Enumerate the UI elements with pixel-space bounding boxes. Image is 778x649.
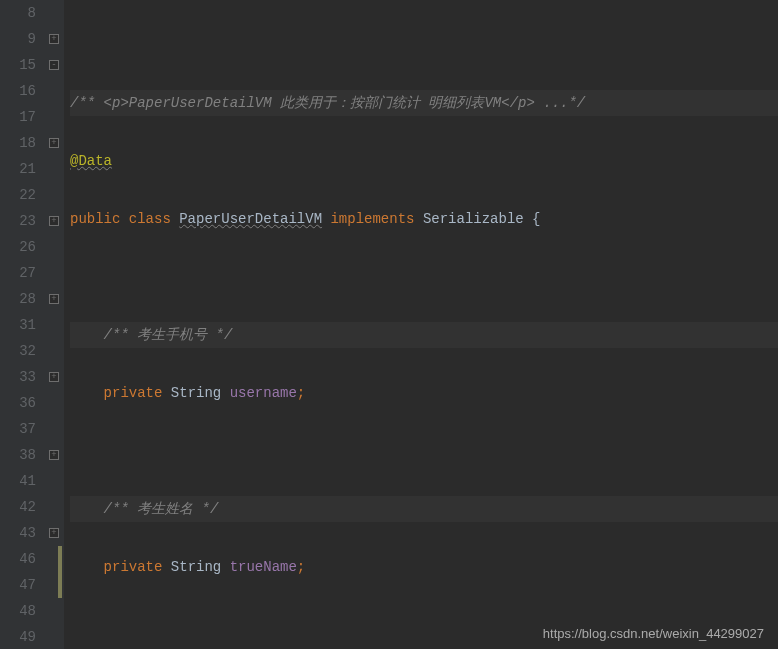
field-name: trueName bbox=[230, 559, 297, 575]
comment: /** 考生手机号 */ bbox=[104, 327, 233, 343]
code-line: /** 考生手机号 */ bbox=[70, 322, 778, 348]
change-marker bbox=[58, 546, 62, 598]
code-line bbox=[70, 438, 778, 464]
line-number: 18 bbox=[0, 130, 36, 156]
keyword: private bbox=[104, 385, 171, 401]
line-number: 22 bbox=[0, 182, 36, 208]
fold-marker-icon[interactable]: + bbox=[49, 138, 59, 148]
code-line: @Data bbox=[70, 148, 778, 174]
code-line: private String username; bbox=[70, 380, 778, 406]
line-number: 38 bbox=[0, 442, 36, 468]
fold-marker-icon[interactable]: + bbox=[49, 34, 59, 44]
line-number: 42 bbox=[0, 494, 36, 520]
line-number: 49 bbox=[0, 624, 36, 649]
fold-marker-icon[interactable]: + bbox=[49, 294, 59, 304]
field-name: username bbox=[230, 385, 297, 401]
keyword: public class bbox=[70, 211, 179, 227]
line-number: 16 bbox=[0, 78, 36, 104]
code-area[interactable]: /** <p>PaperUserDetailVM 此类用于：按部门统计 明细列表… bbox=[70, 0, 778, 649]
line-number: 47 bbox=[0, 572, 36, 598]
code-line: /** <p>PaperUserDetailVM 此类用于：按部门统计 明细列表… bbox=[70, 90, 778, 116]
line-number: 26 bbox=[0, 234, 36, 260]
line-number: 41 bbox=[0, 468, 36, 494]
watermark: https://blog.csdn.net/weixin_44299027 bbox=[543, 626, 764, 641]
code-line bbox=[70, 264, 778, 290]
line-number: 32 bbox=[0, 338, 36, 364]
code-editor[interactable]: 8 9 15 16 17 18 21 22 23 26 27 28 31 32 … bbox=[0, 0, 778, 649]
fold-marker-icon[interactable]: + bbox=[49, 528, 59, 538]
code-line: private String trueName; bbox=[70, 554, 778, 580]
keyword: implements bbox=[322, 211, 423, 227]
semicolon: ; bbox=[297, 559, 305, 575]
line-number: 31 bbox=[0, 312, 36, 338]
line-number: 48 bbox=[0, 598, 36, 624]
brace: { bbox=[532, 211, 540, 227]
line-number: 23 bbox=[0, 208, 36, 234]
fold-marker-icon[interactable]: + bbox=[49, 450, 59, 460]
fold-marker-icon[interactable]: + bbox=[49, 372, 59, 382]
line-number: 15 bbox=[0, 52, 36, 78]
line-number: 28 bbox=[0, 286, 36, 312]
type: String bbox=[171, 559, 230, 575]
type: String bbox=[171, 385, 230, 401]
line-number: 8 bbox=[0, 0, 36, 26]
line-number-gutter: 8 9 15 16 17 18 21 22 23 26 27 28 31 32 … bbox=[0, 0, 46, 649]
line-number: 17 bbox=[0, 104, 36, 130]
line-number: 9 bbox=[0, 26, 36, 52]
interface-name: Serializable bbox=[423, 211, 532, 227]
line-number: 43 bbox=[0, 520, 36, 546]
line-number: 27 bbox=[0, 260, 36, 286]
comment: /** 考生姓名 */ bbox=[104, 501, 219, 517]
line-number: 36 bbox=[0, 390, 36, 416]
line-number: 37 bbox=[0, 416, 36, 442]
semicolon: ; bbox=[297, 385, 305, 401]
keyword: private bbox=[104, 559, 171, 575]
fold-marker-icon[interactable]: - bbox=[49, 60, 59, 70]
code-line bbox=[70, 32, 778, 58]
comment: /** <p>PaperUserDetailVM 此类用于：按部门统计 明细列表… bbox=[70, 95, 585, 111]
fold-marker-icon[interactable]: + bbox=[49, 216, 59, 226]
class-name: PaperUserDetailVM bbox=[179, 211, 322, 227]
line-number: 46 bbox=[0, 546, 36, 572]
line-number: 33 bbox=[0, 364, 36, 390]
annotation: @Data bbox=[70, 153, 112, 169]
code-line: public class PaperUserDetailVM implement… bbox=[70, 206, 778, 232]
code-line: /** 考生姓名 */ bbox=[70, 496, 778, 522]
line-number: 21 bbox=[0, 156, 36, 182]
